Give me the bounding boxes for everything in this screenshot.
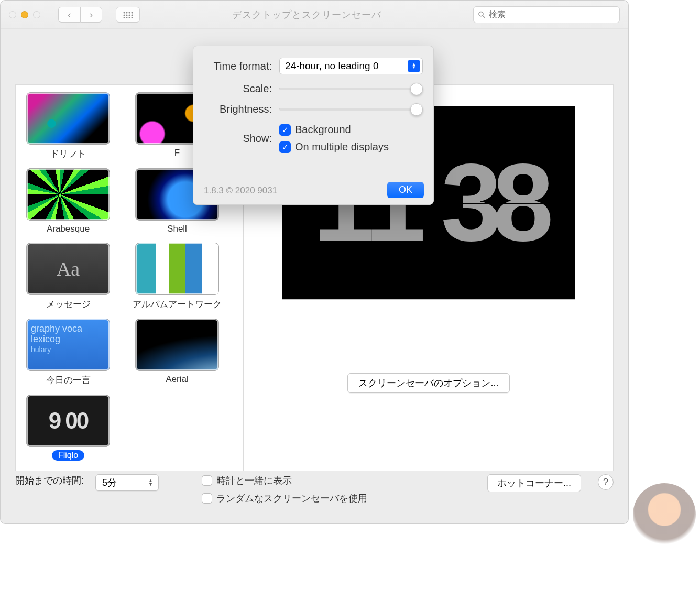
saver-label: 今日の一言: [46, 374, 91, 386]
preview-minute: 38: [435, 129, 550, 276]
checkmark-icon: ✓: [279, 124, 291, 136]
saver-label: アルバムアートワーク: [133, 298, 222, 310]
show-all-button[interactable]: [116, 7, 140, 23]
svg-point-1: [126, 12, 128, 13]
saver-word-of-day[interactable]: graphy voca lexicogbulary今日の一言: [21, 319, 115, 386]
close-window-icon[interactable]: [9, 11, 16, 18]
chevron-right-icon: ›: [90, 9, 93, 20]
saver-drift[interactable]: ドリフト: [21, 92, 115, 160]
thumbnail: [135, 243, 219, 295]
svg-point-7: [132, 14, 133, 16]
checkbox-icon: [202, 475, 212, 486]
time-format-select[interactable]: 24-hour, no leading 0 ▲▼: [279, 58, 423, 74]
preferences-window: ‹ › デスクトップとスクリーンセーバ ドリフト F Arabesque She…: [0, 0, 629, 524]
watermark-icon: [633, 483, 696, 546]
nav-buttons: ‹ ›: [58, 7, 102, 23]
scale-label: Scale:: [204, 83, 272, 95]
start-after-label: 開始までの時間:: [15, 474, 84, 487]
traffic-lights: [9, 11, 40, 18]
saver-fliqlo[interactable]: 900Fliqlo: [21, 395, 115, 461]
saver-label: Arabesque: [47, 224, 90, 234]
brightness-label: Brightness:: [204, 103, 272, 115]
checkmark-icon: ✓: [279, 141, 291, 153]
saver-aerial[interactable]: Aerial: [130, 319, 224, 386]
titlebar: ‹ › デスクトップとスクリーンセーバ: [1, 1, 628, 29]
time-format-value: 24-hour, no leading 0: [285, 60, 379, 72]
saver-arabesque[interactable]: Arabesque: [21, 168, 115, 234]
thumbnail: 900: [26, 395, 110, 447]
bottom-controls: 開始までの時間: 5分 ▲▼ 時計と一緒に表示 ランダムなスクリーンセーバを使用…: [15, 471, 614, 512]
slider-knob-icon[interactable]: [410, 83, 423, 95]
show-multiple-displays-checkbox[interactable]: ✓On multiple displays: [279, 141, 389, 153]
search-icon: [478, 10, 486, 19]
back-button[interactable]: ‹: [58, 7, 80, 23]
start-after-value: 5分: [102, 476, 117, 489]
help-button[interactable]: ?: [598, 474, 614, 490]
hot-corners-button[interactable]: ホットコーナー...: [487, 474, 581, 492]
thumbnail: [26, 92, 110, 145]
stepper-icon: ▲▼: [148, 479, 153, 486]
ok-button[interactable]: OK: [387, 182, 424, 198]
start-after-select[interactable]: 5分 ▲▼: [95, 474, 159, 491]
minimize-window-icon[interactable]: [21, 11, 28, 18]
thumbnail: graphy voca lexicogbulary: [26, 319, 110, 371]
svg-point-2: [129, 12, 130, 13]
saver-label: ドリフト: [50, 148, 86, 160]
grid-icon: [123, 12, 133, 18]
svg-point-9: [126, 17, 128, 18]
svg-point-3: [132, 12, 133, 13]
svg-point-0: [124, 12, 125, 13]
time-format-label: Time format:: [204, 60, 272, 72]
thumbnail: [26, 168, 110, 221]
saver-label: Shell: [167, 224, 187, 234]
window-title: デスクトップとスクリーンセーバ: [147, 8, 466, 21]
checkbox-icon: [202, 493, 212, 504]
brightness-slider[interactable]: [279, 104, 423, 115]
screensaver-options-button[interactable]: スクリーンセーバのオプション...: [347, 373, 509, 393]
svg-point-10: [129, 17, 130, 18]
svg-point-5: [126, 14, 128, 16]
svg-point-4: [124, 14, 125, 16]
scale-slider[interactable]: [279, 83, 423, 95]
forward-button[interactable]: ›: [80, 7, 102, 23]
svg-point-11: [132, 17, 133, 18]
thumbnail: [135, 319, 219, 371]
saver-label-selected: Fliqlo: [52, 450, 84, 461]
show-clock-checkbox[interactable]: 時計と一緒に表示: [202, 474, 367, 487]
slider-knob-icon[interactable]: [410, 103, 423, 116]
saver-message[interactable]: Aaメッセージ: [21, 243, 115, 310]
svg-line-13: [483, 16, 484, 17]
svg-point-6: [129, 14, 130, 16]
saver-label: メッセージ: [46, 298, 91, 310]
show-background-checkbox[interactable]: ✓Background: [279, 124, 389, 136]
random-saver-checkbox[interactable]: ランダムなスクリーンセーバを使用: [202, 492, 367, 505]
search-input[interactable]: [489, 10, 615, 19]
chevron-left-icon: ‹: [68, 9, 71, 20]
maximize-window-icon[interactable]: [33, 11, 40, 18]
saver-label: Aerial: [166, 374, 188, 385]
version-text: 1.8.3 © 2020 9031: [204, 186, 277, 196]
dropdown-arrows-icon: ▲▼: [408, 60, 420, 72]
saver-album-artwork[interactable]: アルバムアートワーク: [130, 243, 224, 310]
show-label: Show:: [204, 133, 272, 145]
thumbnail: Aa: [26, 243, 110, 295]
svg-point-8: [124, 17, 125, 18]
fliqlo-options-popover: Time format: 24-hour, no leading 0 ▲▼ Sc…: [193, 46, 434, 205]
search-field[interactable]: [473, 6, 620, 23]
saver-label: F: [174, 148, 180, 158]
